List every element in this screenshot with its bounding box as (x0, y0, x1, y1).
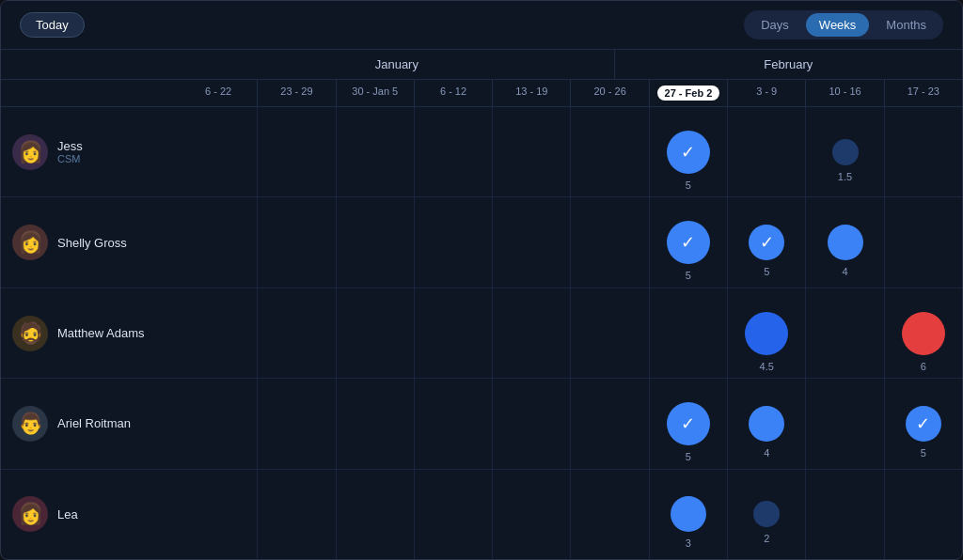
week-header-0: 6 - 22 (180, 80, 258, 106)
cell-shelly-8[interactable]: 4 (806, 197, 884, 287)
bubble-value-ariel-7: 4 (764, 447, 769, 459)
person-info-lea: 👩 Lea (1, 496, 180, 532)
cell-ariel-6[interactable]: ✓ 5 (650, 379, 728, 468)
cell-jess-8[interactable]: 1.5 (806, 107, 884, 196)
cell-shelly-7[interactable]: ✓ 5 (728, 197, 806, 287)
person-row-shelly: 👩 Shelly Gross ✓ 5 (1, 197, 962, 288)
bubble-wrapper-jess-6: ✓ 5 (667, 131, 710, 174)
cell-shelly-9 (885, 197, 962, 287)
cell-lea-0 (180, 470, 258, 559)
cell-lea-5 (571, 470, 649, 559)
person-name-matthew: Matthew Adams (57, 326, 145, 340)
bubble-value-jess-8: 1.5 (838, 171, 852, 182)
bubble-value-shelly-7: 5 (764, 266, 769, 277)
row-cells-jess: ✓ 5 1.5 (180, 107, 962, 196)
bubble-shelly-8[interactable] (828, 225, 863, 260)
bubble-wrapper-ariel-6: ✓ 5 (667, 402, 710, 445)
cell-shelly-5 (571, 197, 649, 287)
cell-jess-0 (180, 107, 258, 196)
check-icon-ariel-6: ✓ (681, 413, 695, 434)
bubble-value-shelly-6: 5 (686, 270, 691, 281)
cell-matthew-0 (180, 288, 258, 378)
cell-jess-2 (337, 107, 415, 196)
bubble-matthew-9[interactable] (902, 312, 945, 355)
person-name-shelly: Shelly Gross (57, 236, 127, 250)
week-header-9: 17 - 23 (885, 80, 962, 106)
person-row-lea: 👩 Lea 3 (1, 470, 962, 559)
app-container: Today Days Weeks Months January February… (0, 0, 963, 560)
bubble-value-lea-7: 2 (764, 533, 769, 544)
bubble-wrapper-matthew-7: 4.5 (745, 312, 788, 355)
view-days-button[interactable]: Days (748, 13, 802, 37)
cell-matthew-5 (571, 288, 649, 378)
week-person-spacer (1, 80, 180, 106)
cell-ariel-3 (415, 379, 493, 468)
week-header-6: 27 - Feb 2 (650, 80, 728, 106)
cell-matthew-8 (806, 288, 884, 378)
cell-jess-4 (493, 107, 571, 196)
bubble-wrapper-shelly-6: ✓ 5 (667, 221, 710, 264)
cell-shelly-6[interactable]: ✓ 5 (650, 197, 728, 287)
person-name-jess: Jess (57, 139, 83, 153)
bubble-wrapper-shelly-7: ✓ 5 (749, 225, 784, 260)
view-weeks-button[interactable]: Weeks (806, 13, 870, 37)
cell-shelly-0 (180, 197, 258, 287)
check-icon-ariel-9: ✓ (916, 413, 930, 434)
cell-lea-2 (337, 470, 415, 559)
cell-lea-1 (258, 470, 336, 559)
bubble-value-matthew-7: 4.5 (760, 361, 774, 372)
cell-shelly-2 (337, 197, 415, 287)
person-info-jess: 👩 Jess CSM (1, 134, 180, 170)
cell-lea-7[interactable]: 2 (728, 470, 806, 559)
person-col-spacer (1, 50, 180, 79)
avatar-lea: 👩 (12, 496, 48, 532)
bubble-wrapper-jess-8: 1.5 (832, 139, 859, 165)
bubble-shelly-6[interactable]: ✓ (667, 221, 710, 264)
row-cells-lea: 3 2 (180, 470, 962, 559)
week-header-1: 23 - 29 (258, 80, 336, 106)
cell-ariel-0 (180, 379, 258, 468)
bubble-matthew-7[interactable] (745, 312, 788, 355)
bubble-value-lea-6: 3 (686, 537, 691, 549)
bubble-ariel-9[interactable]: ✓ (906, 406, 941, 442)
bubble-ariel-6[interactable]: ✓ (667, 402, 710, 445)
header: Today Days Weeks Months (1, 1, 962, 50)
cell-shelly-3 (415, 197, 493, 287)
cell-ariel-8 (806, 379, 884, 468)
february-label: February (615, 50, 962, 79)
bubble-wrapper-ariel-9: ✓ 5 (906, 406, 941, 442)
person-row-ariel: 👨 Ariel Roitman ✓ 5 (1, 379, 962, 469)
cell-matthew-7[interactable]: 4.5 (728, 288, 806, 378)
view-months-button[interactable]: Months (873, 13, 939, 37)
avatar-jess: 👩 (12, 134, 48, 170)
week-header-2: 30 - Jan 5 (337, 80, 415, 106)
cell-jess-9 (885, 107, 962, 196)
bubble-lea-7[interactable] (753, 501, 780, 527)
row-cells-matthew: 4.5 6 (180, 288, 962, 378)
bubble-shelly-7[interactable]: ✓ (749, 225, 784, 260)
bubble-jess-8[interactable] (832, 139, 859, 165)
cell-matthew-9[interactable]: 6 (885, 288, 962, 378)
bubble-wrapper-lea-7: 2 (753, 501, 780, 527)
bubble-jess-6[interactable]: ✓ (667, 131, 710, 174)
week-header-5: 20 - 26 (571, 80, 649, 106)
check-icon-jess-6: ✓ (681, 142, 695, 163)
person-row-jess: 👩 Jess CSM ✓ 5 (1, 107, 962, 197)
cell-ariel-7[interactable]: 4 (728, 379, 806, 468)
week-header-8: 10 - 16 (806, 80, 884, 106)
cell-ariel-9[interactable]: ✓ 5 (885, 379, 962, 468)
today-button[interactable]: Today (20, 12, 85, 38)
cell-jess-6[interactable]: ✓ 5 (650, 107, 728, 196)
person-row-matthew: 🧔 Matthew Adams 4.5 (1, 288, 962, 379)
avatar-shelly: 👩 (12, 225, 48, 260)
cell-jess-5 (571, 107, 649, 196)
cell-matthew-3 (415, 288, 493, 378)
cell-ariel-4 (493, 379, 571, 468)
bubble-wrapper-shelly-8: 4 (828, 225, 863, 260)
avatar-matthew: 🧔 (12, 316, 48, 351)
cell-lea-6[interactable]: 3 (650, 470, 728, 559)
view-toggle: Days Weeks Months (744, 10, 943, 39)
bubble-ariel-7[interactable] (749, 406, 784, 442)
cell-lea-9 (885, 470, 962, 559)
bubble-lea-6[interactable] (671, 496, 706, 532)
